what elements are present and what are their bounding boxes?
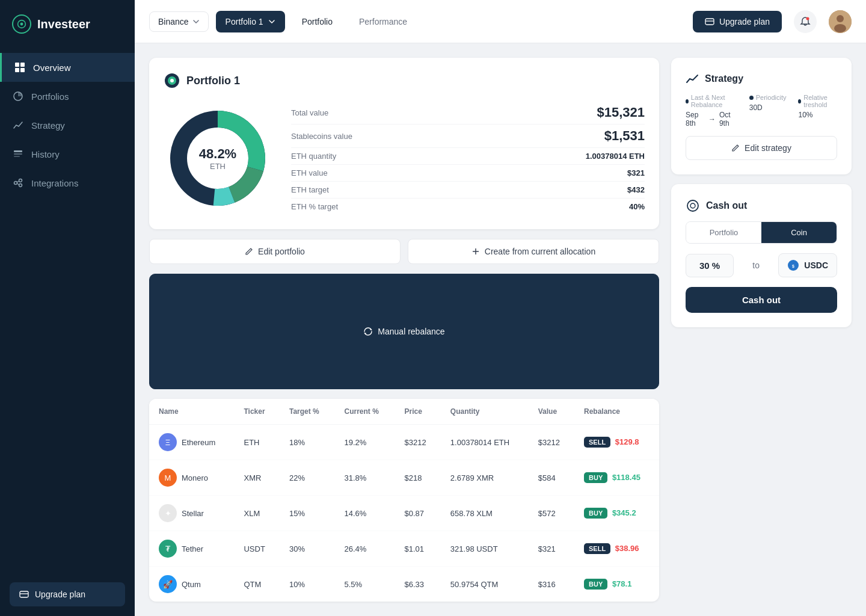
actions-row: Edit portfolio Create from current alloc… — [149, 239, 659, 264]
coin-name-0: Ethereum — [182, 438, 215, 447]
sidebar-bottom: Upgrade plan — [0, 573, 135, 616]
coin-name-3: Tether — [182, 544, 203, 553]
right-column: Strategy Last & Next Rebalance Sep 8th →… — [671, 58, 852, 602]
col-ticker: Ticker — [234, 399, 279, 425]
value-0: $3212 — [529, 425, 574, 460]
col-quantity: Quantity — [441, 399, 529, 425]
cashout-coin-tab[interactable]: Coin — [761, 222, 837, 243]
cashout-execute-button[interactable]: Cash out — [686, 287, 837, 313]
eth-pct-target-value: 40% — [629, 202, 645, 211]
svg-point-21 — [837, 15, 844, 22]
ticker-2: XLM — [234, 496, 279, 531]
upgrade-plan-sidebar-button[interactable]: Upgrade plan — [10, 582, 125, 606]
svg-rect-7 — [14, 150, 22, 152]
value-1: $584 — [529, 460, 574, 496]
total-value: $15,321 — [597, 105, 645, 120]
stablecoins-value: $1,531 — [604, 128, 645, 144]
svg-point-12 — [19, 184, 22, 187]
donut-percentage: 48.2% — [199, 146, 236, 161]
svg-line-13 — [17, 181, 19, 182]
svg-point-1 — [20, 23, 23, 26]
edit-strategy-icon — [731, 144, 740, 152]
eth-target-value: $432 — [627, 185, 645, 194]
eth-target-row: ETH target $432 — [291, 182, 645, 199]
ticker-0: ETH — [234, 425, 279, 460]
logo-text: Investeer — [37, 17, 90, 31]
eth-target-label: ETH target — [291, 185, 329, 194]
ticker-4: QTM — [234, 567, 279, 602]
eth-quantity-value: 1.00378014 ETH — [586, 152, 645, 161]
quantity-2: 658.78 XLM — [441, 496, 529, 531]
threshold-value: 10% — [798, 111, 837, 119]
sidebar-item-history[interactable]: History — [0, 140, 135, 168]
stablecoins-label: Stablecoins value — [291, 132, 352, 141]
upgrade-plan-header-label: Upgrade plan — [719, 17, 770, 26]
usdc-icon: $ — [787, 259, 799, 271]
coin-name-4: Qtum — [182, 580, 201, 589]
portfolio-title: Portfolio 1 — [186, 75, 240, 87]
performance-link-button[interactable]: Performance — [349, 11, 417, 32]
sidebar-item-strategy[interactable]: Strategy — [0, 111, 135, 140]
portfolio-link-button[interactable]: Portfolio — [292, 11, 342, 32]
eth-quantity-label: ETH quantity — [291, 152, 336, 161]
upgrade-plan-header-button[interactable]: Upgrade plan — [693, 11, 782, 32]
table-body: Ξ Ethereum ETH 18% 19.2% $3212 1.0037801… — [149, 425, 659, 602]
edit-portfolio-button[interactable]: Edit portfolio — [149, 239, 401, 264]
strategy-meta: Last & Next Rebalance Sep 8th → Oct 9th … — [686, 94, 837, 128]
strategy-card: Strategy Last & Next Rebalance Sep 8th →… — [671, 58, 852, 174]
next-rebalance: Oct 9th — [719, 111, 737, 128]
value-4: $316 — [529, 567, 574, 602]
exchange-selector[interactable]: Binance — [149, 11, 209, 32]
donut-label: 48.2% ETH — [199, 146, 236, 170]
plus-icon — [471, 247, 480, 256]
main-content: Binance Portfolio 1 Portfolio Performanc… — [135, 0, 866, 616]
action-badge-0: SELL — [584, 437, 610, 448]
logo: Investeer — [0, 0, 135, 48]
action-badge-4: BUY — [584, 579, 607, 590]
quantity-4: 50.9754 QTM — [441, 567, 529, 602]
total-value-label: Total value — [291, 108, 328, 117]
sidebar-item-overview-label: Overview — [33, 63, 71, 73]
create-allocation-button[interactable]: Create from current allocation — [408, 239, 659, 264]
left-column: Portfolio 1 48.2% — [149, 58, 659, 602]
eth-quantity-row: ETH quantity 1.00378014 ETH — [291, 148, 645, 165]
sidebar-item-portfolios[interactable]: Portfolios — [0, 82, 135, 111]
portfolio-selector-button[interactable]: Portfolio 1 — [216, 11, 285, 32]
quantity-0: 1.00378014 ETH — [441, 425, 529, 460]
user-avatar[interactable] — [829, 10, 852, 33]
cashout-percentage[interactable]: 30 % — [686, 254, 734, 277]
svg-point-32 — [687, 200, 698, 211]
price-2: $0.87 — [395, 496, 441, 531]
assets-table-card: Name Ticker Target % Current % Price Qua… — [149, 399, 659, 602]
edit-strategy-button[interactable]: Edit strategy — [686, 136, 837, 160]
portfolio-card: Portfolio 1 48.2% — [149, 58, 659, 229]
sidebar-item-portfolios-label: Portfolios — [31, 91, 69, 102]
col-price: Price — [395, 399, 441, 425]
notifications-bell[interactable] — [794, 10, 817, 33]
cashout-input-row: 30 % to $ USDC — [686, 253, 837, 277]
assets-table: Name Ticker Target % Current % Price Qua… — [149, 399, 659, 602]
sidebar-item-overview[interactable]: Overview — [0, 53, 135, 82]
svg-point-19 — [806, 17, 809, 20]
quantity-1: 2.6789 XMR — [441, 460, 529, 496]
action-badge-1: BUY — [584, 472, 607, 483]
upgrade-plan-sidebar-label: Upgrade plan — [35, 590, 85, 599]
table-row: ₮ Tether USDT 30% 26.4% $1.01 321.98 USD… — [149, 531, 659, 567]
sidebar-item-integrations[interactable]: Integrations — [0, 168, 135, 197]
current-2: 14.6% — [335, 496, 395, 531]
col-value: Value — [529, 399, 574, 425]
cashout-portfolio-tab[interactable]: Portfolio — [686, 222, 761, 243]
last-rebalance: Sep 8th — [686, 111, 705, 128]
rebalance-val-0: $129.8 — [615, 437, 639, 446]
action-badge-3: SELL — [584, 543, 610, 554]
manual-rebalance-button[interactable]: Manual rebalance — [149, 274, 659, 389]
coin-name-2: Stellar — [182, 509, 204, 518]
eth-value-value: $321 — [627, 168, 645, 177]
total-value-row: Total value $15,321 — [291, 101, 645, 125]
col-rebalance: Rebalance — [574, 399, 659, 425]
svg-line-14 — [17, 183, 19, 185]
svg-rect-5 — [20, 68, 25, 72]
header: Binance Portfolio 1 Portfolio Performanc… — [135, 0, 866, 43]
cashout-coin-selector[interactable]: $ USDC — [778, 253, 837, 277]
eth-pct-target-row: ETH % target 40% — [291, 199, 645, 215]
